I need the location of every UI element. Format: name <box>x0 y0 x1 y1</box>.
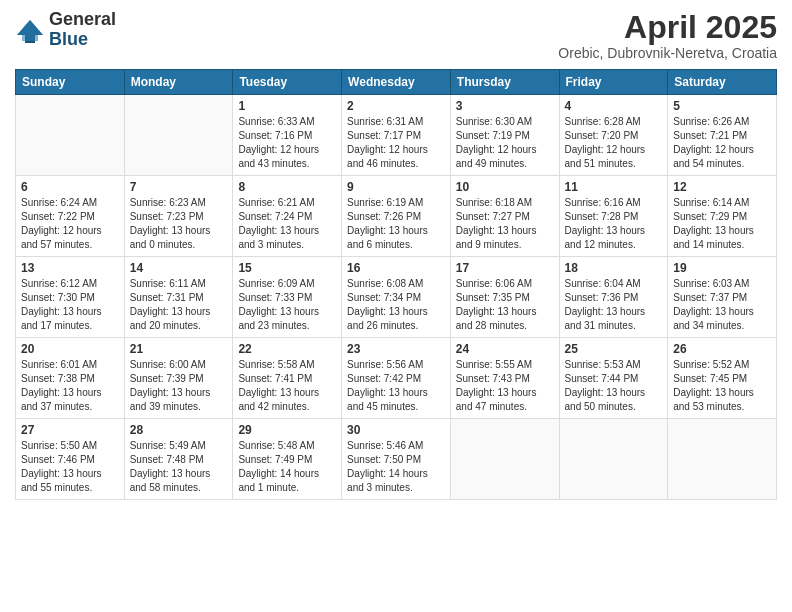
calendar-table: Sunday Monday Tuesday Wednesday Thursday… <box>15 69 777 500</box>
day-cell-10: 10 Sunrise: 6:18 AM Sunset: 7:27 PM Dayl… <box>450 176 559 257</box>
day-cell-23: 23 Sunrise: 5:56 AM Sunset: 7:42 PM Dayl… <box>342 338 451 419</box>
day-number: 30 <box>347 423 445 437</box>
day-cell-25: 25 Sunrise: 5:53 AM Sunset: 7:44 PM Dayl… <box>559 338 668 419</box>
col-monday: Monday <box>124 70 233 95</box>
day-number: 17 <box>456 261 554 275</box>
day-cell-12: 12 Sunrise: 6:14 AM Sunset: 7:29 PM Dayl… <box>668 176 777 257</box>
day-cell-22: 22 Sunrise: 5:58 AM Sunset: 7:41 PM Dayl… <box>233 338 342 419</box>
day-number: 19 <box>673 261 771 275</box>
day-cell-21: 21 Sunrise: 6:00 AM Sunset: 7:39 PM Dayl… <box>124 338 233 419</box>
col-tuesday: Tuesday <box>233 70 342 95</box>
day-detail: Sunrise: 6:31 AM Sunset: 7:17 PM Dayligh… <box>347 115 445 171</box>
calendar-row: 6 Sunrise: 6:24 AM Sunset: 7:22 PM Dayli… <box>16 176 777 257</box>
calendar-row: 27 Sunrise: 5:50 AM Sunset: 7:46 PM Dayl… <box>16 419 777 500</box>
day-detail: Sunrise: 6:23 AM Sunset: 7:23 PM Dayligh… <box>130 196 228 252</box>
day-cell-1: 1 Sunrise: 6:33 AM Sunset: 7:16 PM Dayli… <box>233 95 342 176</box>
day-detail: Sunrise: 6:14 AM Sunset: 7:29 PM Dayligh… <box>673 196 771 252</box>
day-detail: Sunrise: 6:08 AM Sunset: 7:34 PM Dayligh… <box>347 277 445 333</box>
day-cell-8: 8 Sunrise: 6:21 AM Sunset: 7:24 PM Dayli… <box>233 176 342 257</box>
day-number: 28 <box>130 423 228 437</box>
day-cell-20: 20 Sunrise: 6:01 AM Sunset: 7:38 PM Dayl… <box>16 338 125 419</box>
page-container: General Blue April 2025 Orebic, Dubrovni… <box>0 0 792 515</box>
day-detail: Sunrise: 5:56 AM Sunset: 7:42 PM Dayligh… <box>347 358 445 414</box>
col-wednesday: Wednesday <box>342 70 451 95</box>
day-detail: Sunrise: 6:30 AM Sunset: 7:19 PM Dayligh… <box>456 115 554 171</box>
day-number: 20 <box>21 342 119 356</box>
logo-general-text: General <box>49 10 116 30</box>
col-sunday: Sunday <box>16 70 125 95</box>
day-number: 8 <box>238 180 336 194</box>
day-number: 29 <box>238 423 336 437</box>
day-cell-24: 24 Sunrise: 5:55 AM Sunset: 7:43 PM Dayl… <box>450 338 559 419</box>
day-detail: Sunrise: 5:49 AM Sunset: 7:48 PM Dayligh… <box>130 439 228 495</box>
day-cell-16: 16 Sunrise: 6:08 AM Sunset: 7:34 PM Dayl… <box>342 257 451 338</box>
day-cell-6: 6 Sunrise: 6:24 AM Sunset: 7:22 PM Dayli… <box>16 176 125 257</box>
location-title: Orebic, Dubrovnik-Neretva, Croatia <box>558 45 777 61</box>
day-detail: Sunrise: 6:33 AM Sunset: 7:16 PM Dayligh… <box>238 115 336 171</box>
day-number: 1 <box>238 99 336 113</box>
calendar-row: 13 Sunrise: 6:12 AM Sunset: 7:30 PM Dayl… <box>16 257 777 338</box>
day-number: 13 <box>21 261 119 275</box>
day-detail: Sunrise: 6:09 AM Sunset: 7:33 PM Dayligh… <box>238 277 336 333</box>
day-cell-29: 29 Sunrise: 5:48 AM Sunset: 7:49 PM Dayl… <box>233 419 342 500</box>
day-cell-11: 11 Sunrise: 6:16 AM Sunset: 7:28 PM Dayl… <box>559 176 668 257</box>
empty-cell <box>559 419 668 500</box>
day-detail: Sunrise: 6:21 AM Sunset: 7:24 PM Dayligh… <box>238 196 336 252</box>
day-cell-15: 15 Sunrise: 6:09 AM Sunset: 7:33 PM Dayl… <box>233 257 342 338</box>
day-detail: Sunrise: 5:48 AM Sunset: 7:49 PM Dayligh… <box>238 439 336 495</box>
day-cell-19: 19 Sunrise: 6:03 AM Sunset: 7:37 PM Dayl… <box>668 257 777 338</box>
day-number: 14 <box>130 261 228 275</box>
day-detail: Sunrise: 6:28 AM Sunset: 7:20 PM Dayligh… <box>565 115 663 171</box>
day-detail: Sunrise: 6:11 AM Sunset: 7:31 PM Dayligh… <box>130 277 228 333</box>
day-number: 26 <box>673 342 771 356</box>
day-number: 12 <box>673 180 771 194</box>
calendar-row: 1 Sunrise: 6:33 AM Sunset: 7:16 PM Dayli… <box>16 95 777 176</box>
day-detail: Sunrise: 6:03 AM Sunset: 7:37 PM Dayligh… <box>673 277 771 333</box>
empty-cell <box>450 419 559 500</box>
day-number: 9 <box>347 180 445 194</box>
day-detail: Sunrise: 5:46 AM Sunset: 7:50 PM Dayligh… <box>347 439 445 495</box>
day-cell-9: 9 Sunrise: 6:19 AM Sunset: 7:26 PM Dayli… <box>342 176 451 257</box>
day-detail: Sunrise: 5:50 AM Sunset: 7:46 PM Dayligh… <box>21 439 119 495</box>
day-number: 2 <box>347 99 445 113</box>
col-thursday: Thursday <box>450 70 559 95</box>
day-detail: Sunrise: 6:06 AM Sunset: 7:35 PM Dayligh… <box>456 277 554 333</box>
logo-blue-text: Blue <box>49 30 116 50</box>
day-detail: Sunrise: 5:55 AM Sunset: 7:43 PM Dayligh… <box>456 358 554 414</box>
day-number: 4 <box>565 99 663 113</box>
logo: General Blue <box>15 10 116 50</box>
col-saturday: Saturday <box>668 70 777 95</box>
day-detail: Sunrise: 6:01 AM Sunset: 7:38 PM Dayligh… <box>21 358 119 414</box>
day-number: 5 <box>673 99 771 113</box>
day-cell-3: 3 Sunrise: 6:30 AM Sunset: 7:19 PM Dayli… <box>450 95 559 176</box>
day-number: 6 <box>21 180 119 194</box>
day-cell-13: 13 Sunrise: 6:12 AM Sunset: 7:30 PM Dayl… <box>16 257 125 338</box>
day-number: 23 <box>347 342 445 356</box>
calendar-header-row: Sunday Monday Tuesday Wednesday Thursday… <box>16 70 777 95</box>
day-cell-28: 28 Sunrise: 5:49 AM Sunset: 7:48 PM Dayl… <box>124 419 233 500</box>
logo-icon <box>15 15 45 45</box>
day-number: 7 <box>130 180 228 194</box>
calendar-row: 20 Sunrise: 6:01 AM Sunset: 7:38 PM Dayl… <box>16 338 777 419</box>
logo-text: General Blue <box>49 10 116 50</box>
day-cell-14: 14 Sunrise: 6:11 AM Sunset: 7:31 PM Dayl… <box>124 257 233 338</box>
day-cell-27: 27 Sunrise: 5:50 AM Sunset: 7:46 PM Dayl… <box>16 419 125 500</box>
day-number: 25 <box>565 342 663 356</box>
day-number: 24 <box>456 342 554 356</box>
month-title: April 2025 <box>558 10 777 45</box>
empty-cell <box>124 95 233 176</box>
day-detail: Sunrise: 6:26 AM Sunset: 7:21 PM Dayligh… <box>673 115 771 171</box>
day-cell-4: 4 Sunrise: 6:28 AM Sunset: 7:20 PM Dayli… <box>559 95 668 176</box>
day-detail: Sunrise: 6:12 AM Sunset: 7:30 PM Dayligh… <box>21 277 119 333</box>
day-detail: Sunrise: 6:24 AM Sunset: 7:22 PM Dayligh… <box>21 196 119 252</box>
day-detail: Sunrise: 5:58 AM Sunset: 7:41 PM Dayligh… <box>238 358 336 414</box>
day-number: 18 <box>565 261 663 275</box>
day-number: 3 <box>456 99 554 113</box>
day-cell-2: 2 Sunrise: 6:31 AM Sunset: 7:17 PM Dayli… <box>342 95 451 176</box>
title-block: April 2025 Orebic, Dubrovnik-Neretva, Cr… <box>558 10 777 61</box>
day-cell-26: 26 Sunrise: 5:52 AM Sunset: 7:45 PM Dayl… <box>668 338 777 419</box>
empty-cell <box>668 419 777 500</box>
day-detail: Sunrise: 6:16 AM Sunset: 7:28 PM Dayligh… <box>565 196 663 252</box>
day-detail: Sunrise: 6:18 AM Sunset: 7:27 PM Dayligh… <box>456 196 554 252</box>
day-number: 15 <box>238 261 336 275</box>
